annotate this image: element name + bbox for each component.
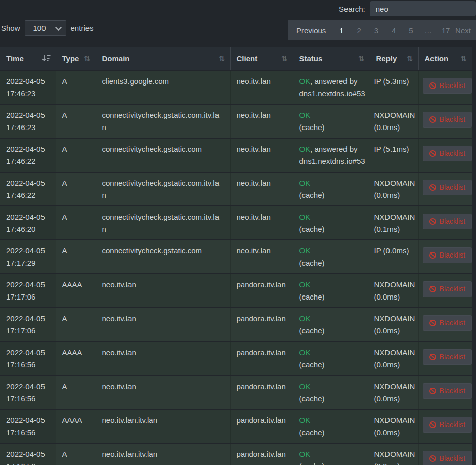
pagination-previous[interactable]: Previous	[288, 26, 333, 35]
ban-icon	[429, 252, 436, 259]
blacklist-button[interactable]: Blacklist	[423, 281, 472, 297]
cell-action: Blacklist	[418, 206, 472, 240]
cell-domain: clients3.google.com	[96, 70, 230, 104]
search-input[interactable]	[370, 1, 476, 16]
ban-icon	[429, 455, 436, 462]
column-header-time[interactable]: Time	[0, 47, 56, 70]
cell-status: OK(cache)	[293, 172, 370, 206]
cell-action: Blacklist	[418, 138, 472, 172]
cell-time: 2022-04-05 17:46:22	[0, 172, 56, 206]
status-ok-text: OK	[299, 111, 311, 119]
column-header-client[interactable]: Client⇅	[230, 47, 293, 70]
pagination-page-1[interactable]: 1	[333, 26, 350, 35]
blacklist-button[interactable]: Blacklist	[423, 180, 472, 195]
table-row: 2022-04-05 17:16:56Aneo.itv.lanpandora.i…	[0, 375, 472, 409]
cell-domain: neo.itv.lan	[96, 342, 230, 375]
blacklist-button[interactable]: Blacklist	[423, 112, 472, 128]
column-label: Client	[237, 54, 258, 63]
table-row: 2022-04-05 17:46:23Aclients3.google.comn…	[0, 70, 472, 104]
cell-domain: connectivitycheck.gstatic.com.itv.lan	[96, 206, 230, 240]
ban-icon	[429, 150, 436, 157]
pagination-page-2[interactable]: 2	[351, 26, 368, 35]
ban-icon	[429, 286, 436, 292]
pagination-page-17[interactable]: 17	[437, 26, 454, 35]
status-ok-text: OK	[299, 246, 311, 255]
cell-reply: NXDOMAIN (0.0ms)	[370, 443, 418, 465]
column-label: Type	[62, 54, 79, 63]
cell-time: 2022-04-05 17:16:56	[0, 342, 56, 375]
status-ok-text: OK	[299, 314, 311, 323]
ban-icon	[429, 184, 436, 191]
cell-time: 2022-04-05 17:46:20	[0, 206, 56, 240]
page-length-select[interactable]: 100	[25, 20, 66, 36]
cell-action: Blacklist	[418, 308, 472, 342]
column-label: Reply	[376, 54, 397, 63]
cell-status: OK(cache)	[293, 409, 370, 443]
page-length-control: Show 100 entries	[1, 20, 94, 36]
pagination-page-3[interactable]: 3	[368, 26, 385, 35]
cell-action: Blacklist	[418, 342, 472, 375]
cell-type: A	[56, 375, 96, 409]
cell-status: OK(cache)	[293, 375, 370, 409]
blacklist-button[interactable]: Blacklist	[423, 146, 472, 161]
column-header-type[interactable]: Type⇅	[56, 47, 96, 70]
cell-client: neo.itv.lan	[230, 70, 293, 104]
ban-icon	[429, 320, 436, 326]
cell-client: pandora.itv.lan	[230, 308, 293, 342]
column-label: Domain	[102, 54, 130, 63]
column-header-status[interactable]: Status⇅	[293, 47, 370, 70]
cell-domain: neo.itv.lan.itv.lan	[96, 443, 230, 465]
cell-action: Blacklist	[418, 240, 472, 274]
pagination-next[interactable]: Next	[454, 26, 476, 35]
pagination-page-5[interactable]: 5	[402, 26, 419, 35]
cell-reply: NXDOMAIN (0.0ms)	[370, 172, 418, 206]
ban-icon	[429, 388, 436, 394]
cell-domain: neo.itv.lan	[96, 375, 230, 409]
cell-time: 2022-04-05 17:16:56	[0, 409, 56, 443]
blacklist-button[interactable]: Blacklist	[423, 315, 472, 331]
cell-domain: connectivitycheck.gstatic.com	[96, 240, 230, 274]
column-header-domain[interactable]: Domain⇅	[96, 47, 230, 70]
blacklist-button[interactable]: Blacklist	[423, 383, 472, 399]
column-header-action[interactable]: Action⇅	[418, 47, 472, 70]
cell-status: OK, answered by dns1.nextdns.io#53	[293, 138, 370, 172]
status-ok-text: OK	[299, 348, 311, 357]
cell-client: pandora.itv.lan	[230, 342, 293, 375]
cell-client: neo.itv.lan	[230, 138, 293, 172]
pagination-page-4[interactable]: 4	[385, 26, 402, 35]
table-row: 2022-04-05 17:46:22Aconnectivitycheck.gs…	[0, 172, 472, 206]
blacklist-button[interactable]: Blacklist	[423, 214, 472, 229]
cell-type: A	[56, 172, 96, 206]
cell-type: A	[56, 138, 96, 172]
cell-time: 2022-04-05 17:46:22	[0, 138, 56, 172]
blacklist-button[interactable]: Blacklist	[423, 417, 472, 433]
table-row: 2022-04-05 17:16:56Aneo.itv.lan.itv.lanp…	[0, 443, 472, 465]
blacklist-button[interactable]: Blacklist	[423, 349, 472, 365]
cell-type: AAAA	[56, 409, 96, 443]
cell-client: neo.itv.lan	[230, 206, 293, 240]
cell-reply: IP (5.1ms)	[370, 138, 418, 172]
sort-both-icon: ⇅	[84, 55, 91, 62]
cell-time: 2022-04-05 17:17:06	[0, 274, 56, 308]
cell-action: Blacklist	[418, 274, 472, 308]
column-header-reply[interactable]: Reply⇅	[370, 47, 418, 70]
blacklist-button[interactable]: Blacklist	[423, 78, 472, 94]
cell-client: neo.itv.lan	[230, 172, 293, 206]
sort-descending-icon	[42, 55, 51, 62]
cell-status: OK(cache)	[293, 206, 370, 240]
ban-icon	[429, 421, 436, 428]
status-ok-text: OK	[299, 179, 311, 187]
cell-reply: NXDOMAIN (0.0ms)	[370, 409, 418, 443]
blacklist-button[interactable]: Blacklist	[423, 247, 472, 263]
table-row: 2022-04-05 17:16:56AAAAneo.itv.lanpandor…	[0, 342, 472, 375]
ban-icon	[429, 218, 436, 225]
table-row: 2022-04-05 17:17:29Aconnectivitycheck.gs…	[0, 240, 472, 274]
status-ok-text: OK	[299, 416, 311, 425]
blacklist-button[interactable]: Blacklist	[423, 451, 472, 465]
cell-reply: NXDOMAIN (0.0ms)	[370, 308, 418, 342]
cell-reply: NXDOMAIN (0.0ms)	[370, 104, 418, 138]
cell-action: Blacklist	[418, 443, 472, 465]
cell-time: 2022-04-05 17:46:23	[0, 70, 56, 104]
cell-type: AAAA	[56, 274, 96, 308]
cell-type: A	[56, 240, 96, 274]
